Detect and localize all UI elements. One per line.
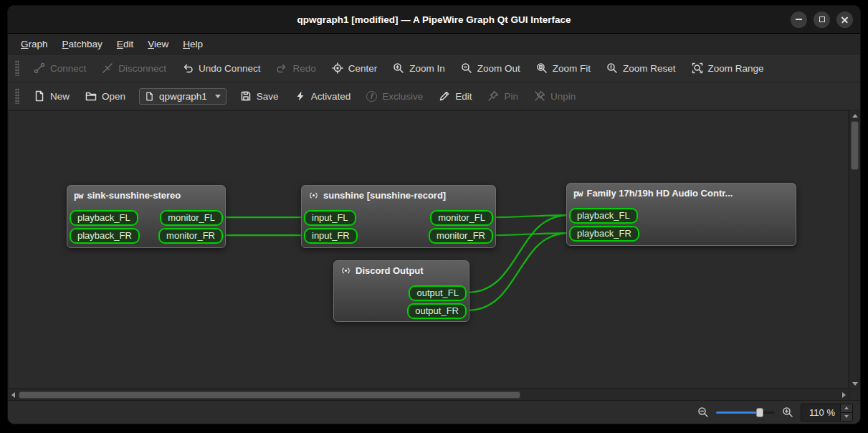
zoom-spinbox[interactable]: 110 %: [801, 404, 853, 422]
arrow-left-icon: [11, 392, 15, 398]
patchbay-file-icon: [145, 92, 154, 101]
node-header[interactable]: Discord Output: [334, 261, 469, 279]
titlebar[interactable]: qpwgraph1 [modified] — A PipeWire Graph …: [8, 6, 860, 34]
spin-down-button[interactable]: [841, 412, 852, 421]
patchbay-name: qpwgraph1: [159, 91, 207, 102]
scroll-right-button[interactable]: [839, 390, 849, 400]
node-title: sink-sunshine-stereo: [87, 190, 181, 201]
arrow-up-icon: [852, 114, 858, 118]
zoom-reset-button[interactable]: Zoom Reset: [600, 59, 682, 77]
close-button[interactable]: [836, 11, 853, 28]
undo-connect-button[interactable]: Undo Connect: [176, 59, 267, 77]
disconnect-icon: [102, 62, 113, 74]
port-output[interactable]: monitor_FL: [430, 210, 493, 226]
menu-graph[interactable]: Graph: [14, 36, 55, 52]
chevron-down-icon: [215, 95, 221, 98]
stream-icon: [340, 265, 351, 276]
pin-icon: [487, 90, 499, 102]
scroll-down-button[interactable]: [849, 379, 861, 389]
unpin-button[interactable]: Unpin: [528, 87, 582, 105]
port-input[interactable]: playback_FL: [569, 208, 638, 224]
activated-button[interactable]: Activated: [288, 87, 358, 105]
center-icon: [332, 62, 343, 74]
port-input[interactable]: input_FR: [304, 228, 358, 244]
toolbar-main: Connect Disconnect Undo Connect Redo Cen…: [8, 54, 860, 82]
zoom-slider[interactable]: [716, 406, 775, 418]
port-input[interactable]: playback_FL: [70, 210, 138, 226]
arrow-down-icon: [852, 382, 858, 386]
menu-help[interactable]: Help: [176, 36, 210, 52]
toolbar-file: New Open qpwgraph1 Save Activated f: [8, 82, 860, 110]
port-output[interactable]: output_FL: [409, 285, 467, 301]
port-input[interactable]: playback_FR: [70, 228, 140, 244]
app-window: qpwgraph1 [modified] — A PipeWire Graph …: [7, 5, 861, 424]
spin-up-button[interactable]: [841, 404, 852, 412]
spin-arrows: [840, 404, 852, 421]
disconnect-button[interactable]: Disconnect: [95, 59, 173, 77]
arrow-down-icon: [844, 415, 849, 418]
port-output[interactable]: monitor_FR: [429, 228, 493, 244]
node-header[interactable]: pw sink-sunshine-stereo: [67, 186, 225, 204]
vertical-scrollbar[interactable]: [849, 110, 860, 389]
toolbar-grip[interactable]: [15, 60, 19, 76]
zoom-fit-button[interactable]: Zoom Fit: [530, 59, 597, 77]
port-input[interactable]: input_FL: [304, 210, 356, 226]
new-file-icon: [34, 90, 45, 102]
node-header[interactable]: sunshine [sunshine-record]: [302, 186, 495, 204]
canvas-area: pw sink-sunshine-stereo playback_FL play…: [8, 110, 860, 400]
scrollbar-corner: [849, 389, 860, 400]
arrow-up-icon: [844, 406, 849, 409]
port-output[interactable]: monitor_FL: [160, 210, 223, 226]
node-header[interactable]: pw Family 17h/19h HD Audio Contr...: [567, 184, 796, 201]
save-icon: [240, 90, 252, 102]
node-title: sunshine [sunshine-record]: [323, 190, 446, 201]
toolbar-grip[interactable]: [15, 88, 19, 104]
exclusive-icon: f: [366, 91, 377, 102]
menu-view[interactable]: View: [140, 36, 176, 52]
slider-handle[interactable]: [756, 408, 763, 417]
port-output[interactable]: monitor_FR: [158, 228, 223, 244]
arrow-right-icon: [842, 392, 846, 398]
menu-patchbay[interactable]: Patchbay: [55, 36, 110, 52]
slider-fill: [716, 411, 760, 414]
graph-node[interactable]: sunshine [sunshine-record] input_FL inpu…: [301, 185, 496, 248]
scroll-up-button[interactable]: [849, 110, 861, 120]
vertical-scroll-handle[interactable]: [851, 121, 859, 170]
pin-button[interactable]: Pin: [481, 87, 525, 105]
zoom-value[interactable]: 110 %: [801, 404, 840, 421]
maximize-icon: [819, 16, 825, 22]
open-button[interactable]: Open: [79, 87, 132, 105]
center-button[interactable]: Center: [325, 59, 384, 77]
save-button[interactable]: Save: [234, 87, 285, 105]
maximize-button[interactable]: [814, 11, 830, 28]
horizontal-scrollbar[interactable]: [8, 389, 849, 400]
port-output[interactable]: output_FR: [407, 303, 467, 319]
graph-node[interactable]: pw sink-sunshine-stereo playback_FL play…: [67, 185, 226, 248]
zoom-range-button[interactable]: Zoom Range: [685, 59, 771, 77]
minimize-icon: [796, 19, 802, 20]
stream-icon: [308, 190, 319, 201]
new-button[interactable]: New: [27, 87, 76, 105]
horizontal-scroll-handle[interactable]: [19, 391, 520, 399]
graph-node[interactable]: Discord Output output_FL output_FR: [333, 260, 469, 322]
redo-icon: [276, 62, 287, 74]
exclusive-button[interactable]: f Exclusive: [360, 87, 429, 105]
scroll-left-button[interactable]: [8, 390, 18, 400]
pipewire-icon: pw: [573, 189, 582, 199]
graph-node[interactable]: pw Family 17h/19h HD Audio Contr... play…: [566, 183, 796, 246]
redo-button[interactable]: Redo: [270, 59, 322, 77]
zoom-out-button[interactable]: Zoom Out: [454, 59, 527, 77]
zoom-range-icon: [692, 62, 703, 74]
window-controls: [791, 6, 853, 33]
connect-button[interactable]: Connect: [27, 59, 92, 77]
edit-button[interactable]: Edit: [432, 87, 478, 105]
zoom-in-button[interactable]: Zoom In: [386, 59, 452, 77]
zoom-fit-icon: [536, 62, 548, 74]
patchbay-selector[interactable]: qpwgraph1: [139, 88, 226, 105]
edit-pencil-icon: [439, 90, 450, 102]
menu-edit[interactable]: Edit: [110, 36, 140, 52]
minimize-button[interactable]: [791, 11, 807, 28]
graph-canvas[interactable]: pw sink-sunshine-stereo playback_FL play…: [8, 110, 849, 389]
port-input[interactable]: playback_FR: [569, 226, 639, 242]
zoom-out-icon: [461, 62, 472, 74]
